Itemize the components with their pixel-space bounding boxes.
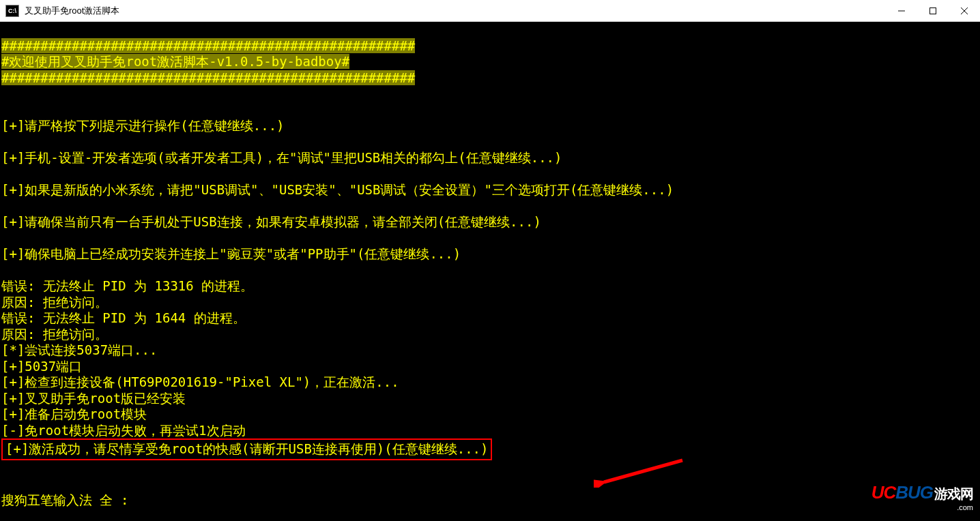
log-line: 错误: 无法终止 PID 为 13316 的进程。 [1,278,979,295]
window-title: 叉叉助手免root激活脚本 [25,5,886,17]
log-line: [+]5037端口 [1,359,979,375]
log-line: [+]叉叉助手免root版已经安装 [1,391,979,407]
log-line: [-]免root模块启动失败，再尝试1次启动 [1,423,979,439]
maximize-button[interactable] [917,0,949,22]
instruction-line: [+]手机-设置-开发者选项(或者开发者工具)，在"调试"里把USB相关的都勾上… [1,150,979,166]
success-line: [+]激活成功，请尽情享受免root的快感(请断开USB连接再使用)(任意键继续… [1,438,979,460]
terminal-output: ########################################… [0,22,980,521]
cmd-icon: C:\ [5,5,19,17]
log-line: 原因: 拒绝访问。 [1,327,979,343]
ime-status: 搜狗五笔输入法 全 : [1,492,979,509]
log-line: [*]尝试连接5037端口... [1,342,979,359]
instruction-line: [+]确保电脑上已经成功安装并连接上"豌豆荚"或者"PP助手"(任意键继续...… [1,246,979,263]
svg-rect-1 [930,8,936,14]
log-line: 错误: 无法终止 PID 为 1644 的进程。 [1,310,979,327]
instruction-line: [+]如果是新版的小米系统，请把"USB调试"、"USB安装"、"USB调试（安… [1,182,979,198]
log-line: [+]检查到连接设备(HT69P0201619-"Pixel XL")，正在激活… [1,374,979,391]
instruction-line: [+]请严格按下列提示进行操作(任意键继续...) [1,118,979,134]
banner-welcome: #欢迎使用叉叉助手免root激活脚本-v1.0.5-by-badboy# [1,54,979,70]
log-line: 原因: 拒绝访问。 [1,295,979,311]
banner-border-top: ########################################… [1,38,979,55]
instruction-line: [+]请确保当前只有一台手机处于USB连接，如果有安卓模拟器，请全部关闭(任意键… [1,214,979,230]
close-button[interactable] [949,0,980,22]
watermark-logo: UCBUG游戏网 .com [871,485,973,516]
banner-border-bottom: ########################################… [1,70,979,87]
log-line: [+]准备启动免root模块 [1,406,979,423]
minimize-button[interactable] [886,0,917,22]
window-controls [886,0,980,21]
title-bar: C:\ 叉叉助手免root激活脚本 [0,0,980,22]
